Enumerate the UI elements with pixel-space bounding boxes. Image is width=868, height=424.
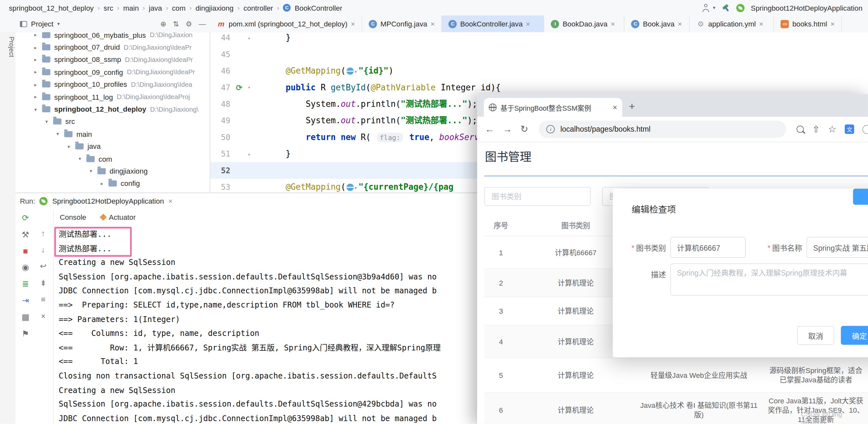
close-icon[interactable]: × — [168, 197, 173, 205]
tree-item[interactable]: ▾dingjiaxiong — [16, 165, 210, 177]
tree-item[interactable]: ▾main — [16, 128, 210, 140]
close-icon[interactable]: × — [351, 20, 355, 28]
tree-item[interactable]: ▾springboot_12_hot_deployD:\DingJiaxiong… — [16, 103, 210, 116]
tree-item[interactable]: ▸springboot_06_mybatis_plusD:\DingJiaxio… — [16, 32, 210, 41]
project-stripe-button[interactable]: Project — [0, 36, 16, 57]
editor-tab[interactable]: CBook.java× — [625, 15, 690, 32]
partially-visible-icon[interactable] — [863, 125, 868, 134]
close-icon[interactable]: × — [759, 20, 764, 28]
tree-collapsed-arrow-icon[interactable]: ▸ — [101, 181, 108, 187]
fold-marker-icon[interactable]: ▴ — [245, 145, 253, 162]
editor-tab[interactable]: CBookController.java× — [442, 15, 544, 32]
rerun-icon[interactable]: ⟳ — [22, 213, 29, 223]
tree-item[interactable]: ▸springboot_07_druidD:\DingJiaxiong\Idea… — [16, 41, 210, 54]
editor-tab[interactable]: <>books.html× — [774, 15, 842, 32]
breadcrumb-item[interactable]: controller — [243, 4, 273, 12]
run-configuration-name[interactable]: Springboot12HotDeployApplication — [751, 4, 863, 12]
tree-collapsed-arrow-icon[interactable]: ▸ — [34, 57, 42, 63]
new-tab-button[interactable]: + — [629, 101, 635, 113]
tree-item[interactable]: ▸springboot_09_configD:\DingJiaxiong\Ide… — [16, 66, 210, 78]
editor-tab[interactable]: mpom.xml (springboot_12_hot_deploy)× — [211, 15, 362, 32]
share-icon[interactable]: ⇧ — [812, 124, 819, 135]
tree-collapsed-arrow-icon[interactable]: ▸ — [34, 44, 42, 50]
tree-item[interactable]: ▾com — [16, 153, 210, 165]
pin-icon[interactable]: ⚑ — [22, 329, 29, 339]
breadcrumb-item[interactable]: BookController — [295, 4, 342, 12]
tab-console[interactable]: Console — [60, 213, 86, 221]
translate-icon[interactable]: 文 — [845, 125, 854, 134]
tree-item[interactable]: ▸config — [16, 177, 210, 190]
chevron-down-icon[interactable]: ▾ — [713, 5, 715, 10]
close-icon[interactable]: × — [611, 20, 615, 28]
tree-expanded-arrow-icon[interactable]: ▾ — [45, 119, 53, 125]
up-icon[interactable]: ↑ — [41, 228, 45, 237]
name-input[interactable] — [807, 237, 868, 258]
editor-tab[interactable]: CMPConfig.java× — [362, 15, 442, 32]
tree-expanded-arrow-icon[interactable]: ▾ — [90, 168, 97, 174]
fold-marker-icon[interactable]: ▾ — [245, 79, 253, 96]
tab-actuator[interactable]: Actuator — [101, 213, 136, 221]
breadcrumb-item[interactable]: java — [149, 4, 162, 12]
run-tab[interactable]: Springboot12HotDeployApplication — [52, 197, 164, 205]
breadcrumb-item[interactable]: main — [123, 4, 139, 12]
stop-icon[interactable]: ■ — [23, 246, 28, 256]
tree-collapsed-arrow-icon[interactable]: ▸ — [34, 94, 42, 100]
zoom-icon[interactable] — [797, 126, 804, 133]
confirm-button[interactable]: 确定 — [841, 326, 868, 345]
type-input[interactable] — [671, 237, 746, 258]
tree-expanded-arrow-icon[interactable]: ▾ — [34, 106, 42, 112]
dump-icon[interactable]: ≣ — [22, 279, 29, 289]
tree-item[interactable]: ▸springboot_11_logD:\DingJiaxiong\IdeaPr… — [16, 91, 210, 103]
page-action-button-partial[interactable] — [853, 189, 868, 205]
hide-panel-icon[interactable]: — — [199, 20, 206, 28]
close-icon[interactable]: × — [526, 20, 530, 28]
chevron-down-icon[interactable]: ▾ — [57, 21, 60, 27]
close-icon[interactable]: × — [431, 20, 435, 28]
cancel-button[interactable]: 取消 — [797, 326, 834, 345]
tree-item[interactable]: ▾java — [16, 140, 210, 153]
back-icon[interactable]: ← — [485, 124, 494, 135]
user-account-icon[interactable] — [702, 4, 710, 12]
print-icon[interactable]: ≡ — [41, 295, 45, 304]
down-icon[interactable]: ↓ — [41, 245, 45, 254]
page-info-icon[interactable]: i — [547, 125, 555, 134]
fold-marker-icon[interactable]: ▴ — [245, 32, 253, 46]
editor-tab[interactable]: IBookDao.java× — [544, 15, 625, 32]
clear-icon[interactable]: × — [41, 312, 45, 320]
tree-expanded-arrow-icon[interactable]: ▾ — [67, 143, 75, 149]
locate-icon[interactable]: ⊕ — [160, 20, 166, 28]
build-hammer-icon[interactable] — [721, 3, 730, 12]
gear-icon[interactable]: ⚙ — [186, 20, 192, 28]
tree-expanded-arrow-icon[interactable]: ▾ — [79, 156, 87, 162]
tree-item[interactable]: ▸springboot_08_ssmpD:\DingJiaxiong\IdeaP… — [16, 54, 210, 66]
tree-collapsed-arrow-icon[interactable]: ▸ — [34, 69, 42, 75]
thread-dump-camera-icon[interactable]: ◉ — [22, 262, 29, 272]
tree-item[interactable]: ▸springboot_10_profilesD:\DingJiaxiong\I… — [16, 78, 210, 91]
scroll-end-icon[interactable]: ⇟ — [40, 279, 46, 287]
table-row[interactable]: 5计算机理论轻量级Java Web企业应用实战源码级剖析Spring框架，适合已… — [485, 358, 868, 393]
breadcrumb-item[interactable]: springboot_12_hot_deploy — [9, 4, 94, 12]
reload-icon[interactable]: ↻ — [520, 123, 528, 135]
editor-tab[interactable]: ⚙application.yml× — [690, 15, 774, 32]
address-bar[interactable]: i localhost/pages/books.html — [539, 121, 786, 138]
close-icon[interactable]: × — [678, 20, 682, 28]
tree-expanded-arrow-icon[interactable]: ▾ — [57, 131, 64, 137]
tree-collapsed-arrow-icon[interactable]: ▸ — [34, 32, 42, 38]
tree-collapsed-arrow-icon[interactable]: ▸ — [34, 81, 42, 87]
breadcrumb-item[interactable]: src — [104, 4, 113, 12]
project-panel-title[interactable]: Project — [31, 20, 53, 28]
soft-wrap-icon[interactable]: ↩ — [40, 262, 46, 270]
close-icon[interactable]: × — [613, 103, 617, 112]
forward-icon[interactable]: → — [503, 124, 512, 135]
detach-icon[interactable]: ⇥ — [22, 296, 29, 305]
build-wrench-icon[interactable]: ⚒ — [22, 230, 29, 240]
project-window-icon[interactable] — [20, 21, 27, 27]
breadcrumb-item[interactable]: com — [172, 4, 186, 12]
bookmark-star-icon[interactable]: ☆ — [828, 123, 836, 135]
description-textarea[interactable]: Spring入门经典教程，深入理解Spring原理技术内幕 — [671, 263, 868, 295]
expand-collapse-icon[interactable]: ⇅ — [173, 20, 179, 28]
layout-icon[interactable]: ▦ — [22, 312, 29, 322]
breadcrumb-item[interactable]: dingjiaxiong — [196, 4, 234, 12]
close-icon[interactable]: × — [831, 20, 835, 28]
tree-item[interactable]: ▾src — [16, 116, 210, 128]
